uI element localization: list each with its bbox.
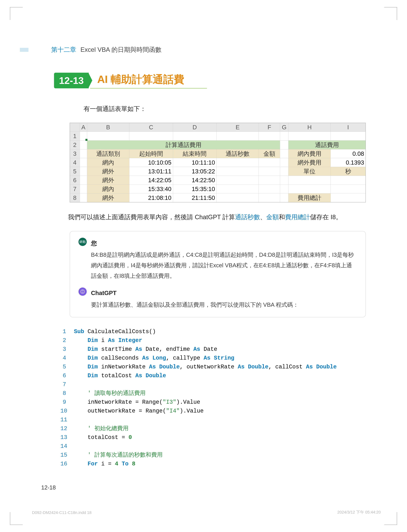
cell — [80, 141, 87, 149]
cell — [217, 185, 259, 193]
table-row: 5 網外 13:01:11 13:05:22 單位 秒 — [70, 167, 366, 176]
user-text: B4:B8是註明網內通話或是網外通話，C4:C8是註明通話起始時間，D4:D8是… — [91, 249, 357, 281]
row-hdr: 8 — [70, 193, 80, 202]
line-number: 8 — [60, 389, 74, 398]
footer-file: D092-DM2424-C11-C18n.indd 18 — [32, 510, 92, 515]
cell: 網內 — [87, 158, 129, 167]
line-number: 13 — [60, 433, 74, 442]
code-text: For i = 4 To 8 — [74, 460, 135, 468]
cell — [331, 176, 366, 185]
cell — [289, 176, 331, 185]
row-hdr: 4 — [70, 158, 80, 167]
cell — [259, 167, 280, 176]
corner-cell — [70, 123, 80, 132]
code-line: 10 outNetworkRate = Range("I4").Value — [60, 407, 366, 415]
col-hdr: B — [87, 123, 129, 132]
code-text: Sub CalculateCallCosts() — [74, 327, 156, 336]
chapter-bar-icon — [20, 48, 28, 52]
link-text: 金額 — [266, 214, 279, 221]
gpt-text: 要計算通話秒數、通話金額以及全部通話費用，我們可以使用以下的 VBA 程式碼： — [91, 299, 357, 310]
col-hdr: H — [289, 123, 331, 132]
code-line: 2 Dim i As Integer — [60, 336, 366, 345]
cell: 費用總計 — [289, 193, 331, 202]
cell: 金額 — [259, 149, 280, 158]
section-badge: 12-13 — [54, 73, 89, 88]
cell: 10:11:10 — [173, 158, 217, 167]
cell: 0.08 — [331, 149, 366, 158]
row-hdr: 1 — [70, 132, 80, 141]
code-line: 16 For i = 4 To 8 — [60, 460, 366, 468]
cell: 秒 — [331, 167, 366, 176]
cell: 網內 — [87, 185, 129, 193]
code-line: 4 Dim callSeconds As Long, callType As S… — [60, 354, 366, 363]
table-row: 8 網外 21:08:10 21:11:50 費用總計 — [70, 193, 366, 202]
code-line: 5 Dim inNetworkRate As Double, outNetwor… — [60, 363, 366, 371]
merged-title: 通話費用 — [289, 141, 366, 149]
code-text: inNetworkRate = Range("I3").Value — [74, 398, 200, 407]
cell — [331, 132, 366, 141]
cell: 單位 — [289, 167, 331, 176]
cell — [259, 132, 280, 141]
footer-timestamp: 2024/3/12 下午 05:44:20 — [337, 509, 381, 515]
line-number: 10 — [60, 407, 74, 415]
line-number: 4 — [60, 354, 74, 363]
cell: 0.1393 — [331, 158, 366, 167]
cell — [80, 193, 87, 202]
section-title-wrap: AI 輔助計算通話費 — [90, 72, 207, 88]
cell — [87, 132, 129, 141]
code-line: 14 — [60, 442, 366, 451]
cell — [217, 176, 259, 185]
row-hdr: 7 — [70, 185, 80, 193]
cell: 網外 — [87, 167, 129, 176]
user-label: 您 — [91, 238, 357, 249]
cell — [217, 193, 259, 202]
col-hdr: D — [173, 123, 217, 132]
excel-table: A B C D E F G H I 1 2 計算通話費用 通話費用 — [70, 123, 366, 202]
code-text: Dim inNetworkRate As Double, outNetworkR… — [74, 363, 337, 371]
cell: 起始時間 — [129, 149, 173, 158]
line-number: 3 — [60, 345, 74, 354]
row-hdr: 6 — [70, 176, 80, 185]
cell — [80, 149, 87, 158]
cell — [129, 132, 173, 141]
cell — [280, 141, 288, 149]
cell — [259, 176, 280, 185]
cell — [173, 132, 217, 141]
cell: 15:35:10 — [173, 185, 217, 193]
user-avatar-icon: 錦魁 — [78, 238, 87, 246]
code-line: 13 totalCost = 0 — [60, 433, 366, 442]
cell: 21:11:50 — [173, 193, 217, 202]
code-line: 8 ' 讀取每秒的通話費用 — [60, 389, 366, 398]
chapter-number: 第十二章 — [51, 46, 76, 54]
line-number: 6 — [60, 371, 74, 380]
cell — [259, 185, 280, 193]
cell: 15:33:40 — [129, 185, 173, 193]
cell — [80, 185, 87, 193]
gpt-body: ChatGPT 要計算通話秒數、通話金額以及全部通話費用，我們可以使用以下的 V… — [91, 287, 357, 310]
para-text: 儲存在 I8。 — [310, 214, 342, 221]
code-line: 3 Dim startTime As Date, endTime As Date — [60, 345, 366, 354]
chat-card: 錦魁 您 B4:B8是註明網內通話或是網外通話，C4:C8是註明通話起始時間，D… — [70, 231, 366, 317]
code-text: ' 讀取每秒的通話費用 — [74, 389, 146, 398]
cell — [217, 158, 259, 167]
row-hdr: 5 — [70, 167, 80, 176]
cell: 網內費用 — [289, 149, 331, 158]
cell — [80, 158, 87, 167]
cell: 網外費用 — [289, 158, 331, 167]
cell — [80, 132, 87, 141]
chapter-header: 第十二章 Excel VBA 的日期與時間函數 — [20, 46, 371, 54]
code-text: Dim totalCost As Double — [74, 371, 166, 380]
table-row: 4 網內 10:10:05 10:11:10 網外費用 0.1393 — [70, 158, 366, 167]
cell: 網外 — [87, 193, 129, 202]
code-line: 1Sub CalculateCallCosts() — [60, 327, 366, 336]
table-row: 7 網內 15:33:40 15:35:10 — [70, 185, 366, 193]
cell — [331, 193, 366, 202]
para-text: 和 — [279, 214, 285, 221]
cell — [259, 158, 280, 167]
line-number: 5 — [60, 363, 74, 371]
col-hdr: I — [331, 123, 366, 132]
cell — [217, 132, 259, 141]
line-number: 9 — [60, 398, 74, 407]
col-hdr: C — [129, 123, 173, 132]
table-row: 2 計算通話費用 通話費用 — [70, 141, 366, 149]
